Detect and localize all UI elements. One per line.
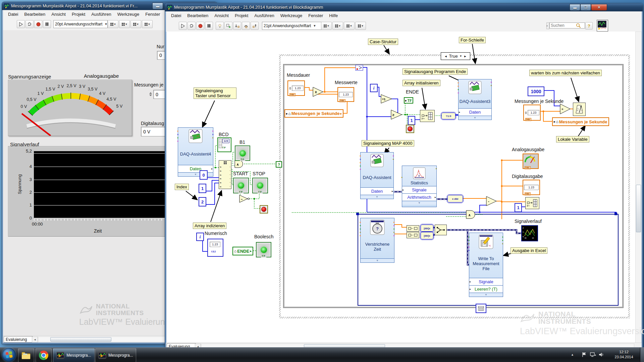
leeren-input[interactable]: ▸Leeren? (T) (469, 285, 503, 293)
resize-objects-button[interactable]: ▾ (130, 20, 141, 28)
label-array-initialisieren[interactable]: Array initialisieren (402, 80, 440, 86)
case-selector-terminal[interactable]: ? (276, 161, 282, 168)
taskbar-app2-button[interactable]: Messprogra... (95, 348, 136, 362)
font-selector[interactable]: 21pt Anwendungsschriftart▼ (262, 22, 322, 30)
context-help-button[interactable]: ? (585, 22, 593, 29)
messungen-local-variable[interactable]: ▸⌂Messungen je Sekunde▸ (284, 109, 343, 118)
block-diagram-window[interactable]: Messprogramm Murrplastik Airpot - 21.04.… (165, 3, 643, 351)
verstrichene-zeit-node[interactable]: ▸▸▸▸▸ ▸▸▸▸▸ ? Verstrichene Zeit ▼ (360, 218, 394, 263)
dynamic-to-dbl-node[interactable]: x dbl (447, 195, 463, 202)
signalverlauf-terminal[interactable]: 210 0010 (521, 225, 538, 241)
scrollbar-thumb[interactable] (50, 337, 111, 342)
abort-button[interactable] (196, 22, 204, 30)
signale-input[interactable]: ▸Signale (469, 278, 503, 285)
numerisch-indicator[interactable]: 1.23 I32 (207, 239, 223, 257)
tray-volume-icon[interactable] (598, 352, 604, 358)
distribute-objects-button[interactable]: ▾ (119, 20, 130, 28)
label-for-schleife[interactable]: For-Schleife (459, 37, 486, 43)
label-array-indizieren[interactable]: Array indizieren (193, 223, 226, 229)
run-button[interactable] (17, 20, 25, 28)
index-array-node[interactable]: ▪▸▫▪▸▫ ▪▸▫▪▸▫ ▪▸▫▪▸▫ (219, 160, 231, 189)
font-selector[interactable]: 20pt Anwendungsschriftart▼ (53, 20, 108, 28)
messwerte-indicator[interactable]: 1.23 DBL (337, 87, 354, 102)
run-continuous-button[interactable] (25, 20, 34, 28)
label-index[interactable]: Index (175, 184, 189, 190)
step-into-button[interactable] (233, 22, 241, 30)
digitalausgabe-terminal[interactable]: 1.23 DBL (523, 180, 540, 195)
start-button-terminal[interactable]: TF (233, 178, 249, 193)
vertical-scrollbar[interactable] (635, 32, 642, 343)
maximize-button[interactable]: ❐ (580, 4, 591, 11)
taskbar-clock[interactable]: 12:12 23.04.2014 (608, 350, 639, 360)
show-desktop-button[interactable] (640, 348, 644, 362)
and-node[interactable]: ∧ (466, 210, 475, 219)
label-signaleingang-map[interactable]: Signaleingang MAP 4000 (362, 140, 414, 146)
menu-ansicht[interactable]: Ansicht (211, 13, 232, 18)
abort-terminal[interactable] (260, 205, 268, 214)
statistics-node[interactable]: ▸ ▸ x̄ Statistics ▸Signale Arithmetisch▸… (402, 166, 437, 207)
tray-flag-icon[interactable] (582, 352, 587, 358)
iteration-constant[interactable]: i (370, 84, 378, 92)
daq-assistent3-node[interactable]: ▸▸▸▸ ▸▸ DAQ-Assistent3 ▸Daten ▼ (458, 79, 492, 120)
minimize-button[interactable]: ▬ (152, 3, 163, 9)
label-lokale-variable[interactable]: Lokale Variable (556, 136, 589, 142)
minimize-button[interactable]: ▬ (570, 4, 580, 11)
build-array-node[interactable] (525, 197, 539, 209)
search-handle[interactable]: ▸ (546, 22, 549, 29)
boolean-to-number-node[interactable]: ?1:0 (441, 113, 455, 119)
align-objects-button[interactable]: ▾ (108, 20, 118, 28)
merge-signals-node[interactable] (435, 225, 447, 235)
run-continuous-button[interactable] (187, 22, 196, 30)
case-selector[interactable]: ◄True▼► (441, 52, 470, 60)
initialize-array-node[interactable] (420, 110, 435, 122)
daten-output[interactable]: Daten▸ (178, 165, 213, 172)
label-case-struktur[interactable]: Case-Struktur (368, 39, 398, 45)
arithmetisch-output[interactable]: Arithmetisch▸ (402, 193, 436, 201)
build-array-node[interactable] (407, 225, 419, 232)
messdauer-control[interactable]: 1.23 DBL (287, 80, 305, 96)
constant-1[interactable]: 1 (515, 203, 522, 212)
signal-chart[interactable]: 5,2 4 3 2 1 0 00:00 Zeit Spannung (8, 146, 173, 237)
horizontal-scrollbar[interactable] (38, 337, 183, 342)
run-button[interactable] (179, 22, 187, 30)
reorder-button[interactable]: ▾ (142, 20, 153, 28)
highlight-execution-icon[interactable] (216, 22, 224, 30)
messungen-control[interactable]: 1.23 DBL (523, 105, 541, 121)
menu-bearbeiten[interactable]: Bearbeiten (21, 12, 48, 17)
distribute-objects-button[interactable]: ▾ (332, 22, 343, 30)
label-signalausgang[interactable]: Signalausgang Programm Ende (402, 68, 468, 75)
taskbar-chrome-button[interactable] (36, 348, 52, 362)
messungen-spinner[interactable] (149, 90, 153, 98)
array-to-dynamic-node[interactable]: [dbl]x (421, 225, 433, 232)
taskbar-explorer-button[interactable] (18, 348, 34, 362)
write-to-measurement-file-node[interactable]: ▸▸▸▸▸ ▸▸▸ Write To Measurement File ▸Sig… (469, 233, 503, 297)
and-node[interactable]: ∧ (235, 160, 243, 168)
menu-fenster[interactable]: Fenster (305, 13, 326, 18)
constant-1[interactable]: 1 (199, 184, 206, 193)
taskbar-app1-button[interactable]: Messprogra... (53, 348, 95, 362)
menu-datei[interactable]: Datei (168, 13, 184, 18)
menu-werkzeuge[interactable]: Werkzeuge (277, 13, 306, 18)
daten-output[interactable]: Daten▸ (361, 187, 393, 195)
label-warten[interactable]: warten bis zum nächsten vielfachen (529, 70, 602, 76)
daten-input[interactable]: ▸Daten (459, 108, 491, 116)
align-objects-button[interactable]: ▾ (321, 22, 332, 30)
reorder-button[interactable]: ▾ (355, 22, 366, 30)
step-over-button[interactable] (242, 22, 250, 30)
constant-1[interactable]: 1 (408, 116, 415, 125)
signale-input[interactable]: ▸Signale (402, 186, 436, 193)
step-out-button[interactable] (251, 22, 259, 30)
ende-local-variable[interactable]: ⌂ENDE▸ (232, 247, 253, 255)
search-icon[interactable] (576, 23, 581, 28)
array-to-dynamic-node[interactable]: [dbl]x (421, 232, 433, 239)
boolesch-indicator[interactable]: TF (256, 242, 271, 257)
build-array-node[interactable] (407, 232, 419, 238)
menu-ansicht[interactable]: Ansicht (48, 12, 69, 17)
menu-ausfuehren[interactable]: Ausführen (251, 13, 277, 18)
label-signaleingang-taster[interactable]: Signaleingang Taster und Sensor (194, 87, 236, 99)
wait-until-next-multiple-node[interactable]: ♪ (573, 103, 586, 116)
menu-ausfuehren[interactable]: Ausführen (88, 12, 114, 17)
daq-assistent4-node[interactable]: ▸▸▸▸ ▸▸▸ DAQ-Assistent4 Daten▸ ▼ (178, 127, 213, 177)
scrollbar-thumb[interactable] (636, 185, 641, 232)
tray-show-hidden-icons[interactable]: ▲ (571, 353, 574, 356)
